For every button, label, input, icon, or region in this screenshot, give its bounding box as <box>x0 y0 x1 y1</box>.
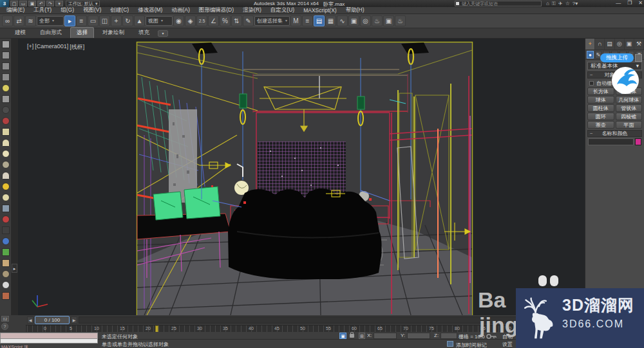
plug-icon[interactable] <box>2 95 10 103</box>
primitive-button-0[interactable]: 长方体 <box>587 87 614 95</box>
curve-editor-icon[interactable]: ∿ <box>337 15 348 26</box>
select-and-manipulate-icon[interactable]: ◈ <box>185 15 196 26</box>
use-pivot-point-icon[interactable]: ◉ <box>173 15 184 26</box>
menu-item-7[interactable]: 图形编辑器(D) <box>199 6 234 14</box>
primitive-button-3[interactable]: 几何球体 <box>616 96 643 104</box>
object-color-swatch[interactable] <box>635 138 641 145</box>
maxscript-listener-pink-row[interactable] <box>0 333 98 339</box>
select-and-move-icon[interactable]: + <box>111 15 122 26</box>
disc-icon[interactable] <box>2 150 10 158</box>
ribbon-tab-3[interactable]: 对象绘制 <box>97 28 130 38</box>
camera-box-icon[interactable] <box>2 226 10 234</box>
close-button[interactable]: ✕ <box>638 0 643 6</box>
open-file-icon[interactable]: ▭ <box>19 1 27 6</box>
y-coordinate-field[interactable] <box>407 333 430 339</box>
menu-item-3[interactable]: 视图(V) <box>83 6 101 14</box>
moon-icon[interactable] <box>2 106 10 114</box>
white-sphere-icon[interactable] <box>2 281 10 289</box>
set-key-button[interactable]: 设置 <box>502 341 513 348</box>
menu-item-6[interactable]: 动画(A) <box>171 6 189 14</box>
rectangular-selection-region-icon[interactable]: ▭ <box>88 15 99 26</box>
primitive-button-2[interactable]: 球体 <box>587 96 614 104</box>
sun-icon[interactable] <box>2 183 10 190</box>
primitive-button-6[interactable]: 圆环 <box>587 113 614 120</box>
reference-coordinate-dropdown[interactable]: 视图▾ <box>146 16 173 26</box>
rendered-frame-icon[interactable]: ▣ <box>383 15 394 26</box>
x-coordinate-field[interactable] <box>374 333 397 339</box>
layer-manager-icon[interactable]: ▤ <box>314 15 325 26</box>
selection-filter-dropdown[interactable]: 全部▾ <box>37 16 64 26</box>
absolute-mode-icon[interactable]: ⊞ <box>359 333 365 339</box>
bind-to-space-warp-icon[interactable]: ≋ <box>25 15 36 26</box>
maxscript-listener-tab[interactable]: MAXScript 迷 <box>1 344 28 348</box>
primitive-button-5[interactable]: 管状体 <box>616 104 643 112</box>
sign-in-icon[interactable]: ⚿ <box>552 1 556 7</box>
search-communities-icon[interactable]: ⌂ <box>546 1 549 7</box>
menu-item-4[interactable]: 创建(C) <box>110 6 129 14</box>
mirror-icon[interactable]: M <box>290 15 301 26</box>
panel-icon[interactable] <box>2 128 10 136</box>
add-time-tag[interactable]: 添加时间标记 <box>456 342 487 348</box>
menu-item-11[interactable]: 帮助(H) <box>346 6 365 14</box>
help-icon[interactable]: ?▾ <box>573 1 578 7</box>
z-coordinate-field[interactable] <box>440 333 457 339</box>
render-setup-icon[interactable]: ♨ <box>372 15 383 26</box>
hand-icon[interactable] <box>2 259 10 267</box>
modify-tab[interactable]: ∩ <box>595 39 605 50</box>
select-object-icon[interactable]: ▸ <box>64 15 75 26</box>
ribbon-tab-1[interactable]: 自由形式 <box>34 28 68 38</box>
list2-icon[interactable] <box>2 73 10 81</box>
graphite-toggle-icon[interactable]: ▦ <box>325 15 336 26</box>
schematic-view-icon[interactable]: ▣ <box>348 15 359 26</box>
ribbon-tab-4[interactable]: 填充 <box>133 28 155 38</box>
menu-item-9[interactable]: 自定义(U) <box>270 6 294 14</box>
new-file-icon[interactable]: ▢ <box>10 1 18 6</box>
favorites-icon[interactable]: ☆ <box>565 1 570 7</box>
next-frame-button[interactable]: ▶ <box>71 316 77 324</box>
track-bar-mode-icon[interactable]: ≡2 <box>1 316 9 322</box>
search-input[interactable]: 键入关键字或短语 <box>455 1 542 6</box>
primitive-button-9[interactable]: 平面 <box>616 121 643 129</box>
lightbulb-icon[interactable] <box>2 84 10 92</box>
primitive-button-7[interactable]: 四棱锥 <box>616 113 643 120</box>
select-and-rotate-icon[interactable]: ↻ <box>122 15 133 26</box>
thunder-bird-icon[interactable] <box>611 66 639 95</box>
red-pin-icon[interactable] <box>2 215 10 223</box>
material-editor-icon[interactable]: ◎ <box>360 15 371 26</box>
create-tab[interactable]: + <box>585 39 595 50</box>
angle-snap-icon[interactable]: ∠ <box>208 15 219 26</box>
teapot-icon[interactable] <box>2 41 10 48</box>
green-leaf-icon[interactable] <box>2 248 10 256</box>
name-color-rollout[interactable]: − 名称和颜色 <box>587 130 642 137</box>
camera-viewport[interactable]: [+] [Camera001] [线框] <box>18 39 585 315</box>
exchange-icon[interactable]: ✈ <box>558 1 563 7</box>
edit-named-selection-sets-icon[interactable]: ✎ <box>243 15 254 26</box>
menu-item-5[interactable]: 修改器(M) <box>138 6 162 14</box>
list-icon[interactable] <box>2 62 10 70</box>
menu-item-8[interactable]: 渲染(R) <box>243 6 261 14</box>
select-by-name-icon[interactable]: ≡ <box>76 15 87 26</box>
align-icon[interactable]: ≡ <box>302 15 313 26</box>
project-folder-icon[interactable]: ▾ <box>55 1 63 6</box>
rain-icon[interactable] <box>2 205 10 212</box>
window-crossing-icon[interactable]: ◫ <box>99 15 110 26</box>
primitive-button-8[interactable]: 茶壶 <box>587 121 614 129</box>
calculator-icon[interactable] <box>2 51 10 59</box>
restore-button[interactable]: ❐ <box>627 0 632 6</box>
mini-curve-editor-icon[interactable]: ? <box>1 323 8 330</box>
motion-tab[interactable]: ◎ <box>615 39 625 50</box>
menu-item-0[interactable]: 编辑(E) <box>6 6 24 14</box>
isolate-selection-icon[interactable]: ▣ <box>339 333 346 339</box>
wireframe-scene-svg[interactable] <box>18 39 585 315</box>
primitive-button-4[interactable]: 圆柱体 <box>587 104 614 112</box>
select-and-scale-icon[interactable]: ▲ <box>134 15 145 26</box>
viewport-menu-plus[interactable]: [+] <box>27 43 33 51</box>
drag-upload-pill[interactable]: 拖拽上传 <box>600 53 634 62</box>
utilities-tab[interactable]: ⚒ <box>634 39 644 50</box>
dome-icon[interactable] <box>2 139 10 147</box>
previous-frame-button[interactable]: ◀ <box>27 316 33 324</box>
viewport-camera-name[interactable]: [Camera001] <box>35 43 68 51</box>
menu-item-10[interactable]: MAXScript(X) <box>303 7 336 14</box>
select-and-link-icon[interactable]: ∞ <box>2 15 13 26</box>
spinner-snap-icon[interactable]: ⇅ <box>231 15 242 26</box>
